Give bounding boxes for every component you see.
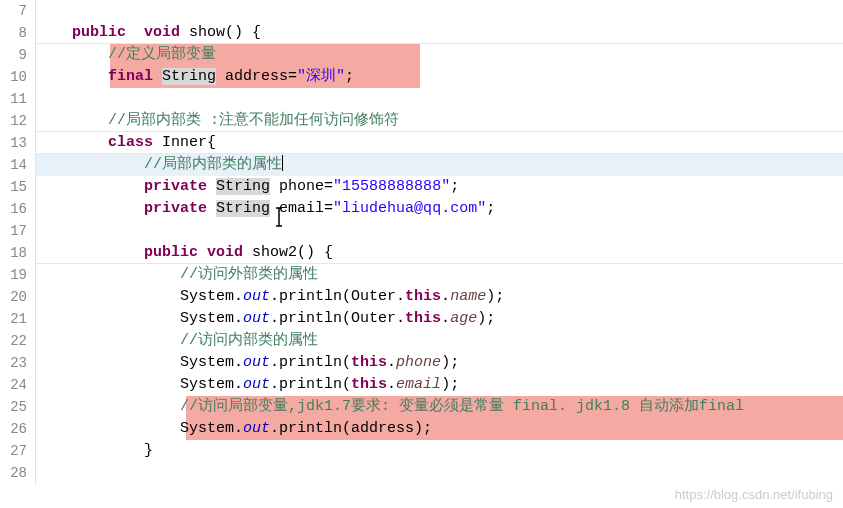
- code-line[interactable]: System.out.println(Outer.this.age);: [36, 308, 843, 330]
- line-number: 26: [0, 418, 35, 440]
- line-number: 12: [0, 110, 35, 132]
- code-line[interactable]: private String phone="15588888888";: [36, 176, 843, 198]
- text-cursor: [282, 155, 283, 171]
- code-line[interactable]: System.out.println(this.email);: [36, 374, 843, 396]
- ibeam-cursor-icon: [274, 206, 284, 228]
- code-line[interactable]: [36, 0, 843, 22]
- line-number: 15: [0, 176, 35, 198]
- code-line[interactable]: [36, 88, 843, 110]
- code-line[interactable]: [36, 220, 843, 242]
- line-number: 18: [0, 242, 35, 264]
- line-number: 22: [0, 330, 35, 352]
- code-line[interactable]: //访问外部类的属性: [36, 264, 843, 286]
- code-line[interactable]: //定义局部变量: [36, 44, 843, 66]
- line-number: 19: [0, 264, 35, 286]
- line-number: 25: [0, 396, 35, 418]
- code-area[interactable]: public void show() { //定义局部变量 final Stri…: [36, 0, 843, 484]
- line-number: 20: [0, 286, 35, 308]
- line-number-gutter: 7 8 9 10 11 12 13 14 15 16 17 18 19 20 2…: [0, 0, 36, 484]
- line-number: 14: [0, 154, 35, 176]
- line-number: 28: [0, 462, 35, 484]
- line-number: 11: [0, 88, 35, 110]
- line-number: 21: [0, 308, 35, 330]
- code-line[interactable]: //访问局部变量,jdk1.7要求: 变量必须是常量 final. jdk1.8…: [36, 396, 843, 418]
- code-line[interactable]: //访问内部类的属性: [36, 330, 843, 352]
- code-editor[interactable]: 7 8 9 10 11 12 13 14 15 16 17 18 19 20 2…: [0, 0, 843, 484]
- code-line[interactable]: System.out.println(Outer.this.name);: [36, 286, 843, 308]
- watermark: https://blog.csdn.net/ifubing: [675, 487, 833, 502]
- code-line[interactable]: public void show2() {: [36, 242, 843, 264]
- code-line[interactable]: [36, 462, 843, 484]
- line-number: 8: [0, 22, 35, 44]
- line-number: 23: [0, 352, 35, 374]
- code-line[interactable]: public void show() {: [36, 22, 843, 44]
- code-line[interactable]: private String email="liudehua@qq.com";: [36, 198, 843, 220]
- line-number: 13: [0, 132, 35, 154]
- line-number: 27: [0, 440, 35, 462]
- code-line[interactable]: System.out.println(address);: [36, 418, 843, 440]
- code-line[interactable]: final String address="深圳";: [36, 66, 843, 88]
- line-number: 16: [0, 198, 35, 220]
- code-line[interactable]: System.out.println(this.phone);: [36, 352, 843, 374]
- code-line[interactable]: //局部内部类 :注意不能加任何访问修饰符: [36, 110, 843, 132]
- line-number: 7: [0, 0, 35, 22]
- code-line[interactable]: //局部内部类的属性: [36, 154, 843, 176]
- line-number: 17: [0, 220, 35, 242]
- line-number: 9: [0, 44, 35, 66]
- code-line[interactable]: class Inner{: [36, 132, 843, 154]
- line-number: 24: [0, 374, 35, 396]
- line-number: 10: [0, 66, 35, 88]
- code-line[interactable]: }: [36, 440, 843, 462]
